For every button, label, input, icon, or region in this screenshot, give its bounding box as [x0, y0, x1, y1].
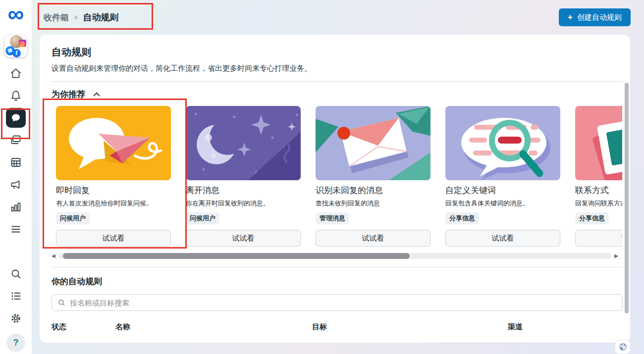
- column-goal: 目标: [312, 322, 508, 332]
- notifications-bell-icon: [9, 89, 22, 102]
- card-illustration: [575, 106, 622, 180]
- column-channel: 渠道: [508, 322, 630, 332]
- card-description: 查找未收到回复的消息: [316, 199, 430, 208]
- try-it-button[interactable]: 试试看: [445, 230, 560, 247]
- breadcrumb-separator: >: [74, 13, 78, 21]
- plus-icon: +: [568, 12, 573, 22]
- recommended-cards-viewport: 即时回复 有人首次发消息给你时回复问候。 问候用户 试试看 离开消息 你在离开时…: [52, 106, 622, 247]
- sidebar-item-inbox[interactable]: [6, 108, 26, 128]
- card-illustration: [316, 106, 430, 180]
- rules-table-header: 状态 名称 目标 渠道: [52, 322, 630, 332]
- scrollbar-thumb[interactable]: [63, 253, 410, 259]
- top-bar: 收件箱 > 自动规则 + 创建自动规则: [32, 0, 644, 35]
- search-input[interactable]: [70, 299, 616, 307]
- card-tag-badge: 分享信息: [445, 212, 479, 224]
- content-posts-icon: [9, 134, 22, 147]
- insights-chart-icon: [9, 201, 22, 213]
- sidebar-item-planner[interactable]: [6, 152, 26, 172]
- tasks-list-icon: [9, 290, 22, 303]
- rules-search-box[interactable]: [52, 294, 623, 311]
- help-button[interactable]: ?: [6, 333, 25, 352]
- chevron-up-icon[interactable]: [93, 92, 100, 97]
- card-tag-badge: 管理消息: [316, 212, 349, 224]
- cards-horizontal-scrollbar[interactable]: ◀ ▶: [52, 253, 618, 259]
- sidebar-item-settings[interactable]: [6, 308, 26, 328]
- recommendation-card[interactable]: 联系方式 回复询问联系方式 分享信息 试试看: [575, 106, 622, 247]
- card-description: 你在离开时回复收到的消息。: [186, 199, 301, 208]
- scrollbar-track[interactable]: [58, 253, 612, 259]
- card-tag-badge: 问候用户: [186, 212, 219, 224]
- column-status: 状态: [52, 322, 115, 332]
- card-illustration: [445, 106, 560, 180]
- facebook-icon: f: [12, 49, 21, 57]
- sidebar-item-ads[interactable]: [6, 175, 26, 195]
- instagram-icon: [19, 40, 26, 47]
- sidebar-item-content[interactable]: [6, 130, 26, 150]
- try-it-button[interactable]: 试试看: [56, 230, 171, 247]
- meta-logo-icon[interactable]: ∞: [8, 3, 24, 25]
- scroll-left-icon[interactable]: ◀: [52, 253, 55, 259]
- card-title: 联系方式: [575, 185, 622, 196]
- try-it-button[interactable]: 试试看: [575, 230, 622, 247]
- home-icon: [9, 67, 22, 80]
- settings-gear-icon: [9, 312, 22, 325]
- sidebar-item-all-tools[interactable]: [6, 219, 26, 239]
- card-tag-badge: 分享信息: [575, 212, 609, 224]
- page-title: 自动规则: [52, 46, 630, 59]
- sidebar-item-tasks[interactable]: [6, 286, 26, 306]
- recommendation-card[interactable]: 识别未回复的消息 查找未收到回复的消息 管理消息 试试看: [316, 106, 430, 247]
- card-title: 自定义关键词: [445, 185, 560, 196]
- card-illustration: [56, 106, 171, 180]
- breadcrumb-current: 自动规则: [83, 11, 118, 23]
- cards-row: 即时回复 有人首次发消息给你时回复问候。 问候用户 试试看 离开消息 你在离开时…: [52, 106, 622, 247]
- page-subtitle: 设置自动规则来管理你的对话，简化工作流程，省出更多时间来专心打理业务。: [52, 64, 630, 73]
- sidebar-item-notifications[interactable]: [6, 86, 26, 105]
- ads-megaphone-icon: [9, 178, 22, 191]
- card-description: 有人首次发消息给你时回复问候。: [56, 199, 171, 208]
- inbox-chat-icon: [9, 111, 22, 124]
- try-it-button[interactable]: 试试看: [186, 230, 301, 247]
- sidebar-item-home[interactable]: [6, 63, 26, 83]
- card-tag-badge: 问候用户: [56, 212, 90, 224]
- card-title: 离开消息: [186, 185, 301, 196]
- main-panel: 自动规则 设置自动规则来管理你的对话，简化工作流程，省出更多时间来专心打理业务。…: [40, 35, 630, 343]
- globe-language-icon: [619, 343, 627, 351]
- planner-grid-icon: [9, 156, 22, 169]
- language-globe-button[interactable]: [615, 340, 631, 354]
- card-title: 即时回复: [56, 185, 171, 196]
- all-tools-menu-icon: [9, 223, 22, 236]
- sidebar: ∞ f ?: [0, 0, 32, 354]
- search-icon: [58, 299, 65, 306]
- panel-vertical-scrollbar[interactable]: [625, 83, 629, 313]
- recommendation-card[interactable]: 离开消息 你在离开时回复收到的消息。 问候用户 试试看: [186, 106, 301, 247]
- search-icon: [9, 267, 22, 280]
- card-illustration: [186, 106, 301, 180]
- recommendation-card[interactable]: 自定义关键词 回复包含具体关键词的消息。 分享信息 试试看: [445, 106, 560, 247]
- card-title: 识别未回复的消息: [316, 185, 430, 196]
- try-it-button[interactable]: 试试看: [316, 230, 430, 247]
- scroll-right-icon[interactable]: ▶: [614, 253, 618, 259]
- card-description: 回复包含具体关键词的消息。: [445, 199, 560, 208]
- your-rules-title: 你的自动规则: [52, 276, 630, 287]
- create-automation-button[interactable]: + 创建自动规则: [559, 8, 631, 26]
- sidebar-item-insights[interactable]: [6, 197, 26, 217]
- recommendation-card[interactable]: 即时回复 有人首次发消息给你时回复问候。 问候用户 试试看: [56, 106, 171, 247]
- card-description: 回复询问联系方式: [575, 199, 622, 208]
- column-name: 名称: [115, 322, 312, 332]
- recommended-section-title: 为你推荐: [52, 89, 85, 100]
- sidebar-item-search[interactable]: [6, 264, 26, 284]
- breadcrumb-inbox-link[interactable]: 收件箱: [44, 12, 69, 23]
- business-avatar[interactable]: f: [4, 35, 27, 57]
- breadcrumb: 收件箱 > 自动规则: [32, 11, 118, 23]
